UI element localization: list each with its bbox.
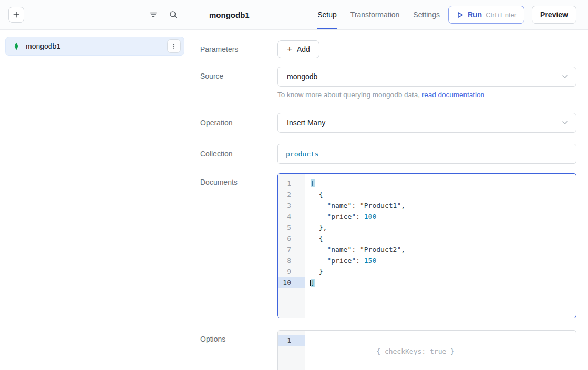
documents-row: Documents 12345678910 [ { "name": "Produ… (200, 173, 576, 318)
source-select[interactable]: mongodb (277, 67, 576, 87)
collection-label: Collection (200, 150, 277, 158)
kebab-icon (170, 43, 178, 50)
run-button[interactable]: Run Ctrl+Enter (448, 6, 524, 24)
code-token (311, 257, 327, 265)
code-line: ] (311, 277, 576, 288)
code-token: } (311, 268, 323, 276)
chevron-down-icon (561, 72, 569, 81)
tab-settings[interactable]: Settings (413, 0, 440, 29)
operation-select[interactable]: Insert Many (277, 113, 576, 133)
play-icon (456, 11, 464, 19)
code-line: }, (311, 222, 576, 233)
tabs: Setup Transformation Settings (317, 0, 440, 29)
code-line: "name": "Product1", (311, 200, 576, 211)
plus-icon: + (287, 45, 292, 54)
options-row: Options 1 { checkKeys: true } (200, 330, 576, 370)
code-line: { (311, 189, 576, 200)
line-number: 7 (278, 244, 305, 255)
line-number: 1 (278, 178, 305, 189)
code-token: { (311, 235, 323, 242)
options-code-editor[interactable]: 1 { checkKeys: true } (277, 330, 576, 370)
code-token: "Product1" (360, 202, 401, 209)
source-help-text: To know more about querying mongodb data… (277, 90, 576, 100)
tab-transformation[interactable]: Transformation (350, 0, 400, 29)
line-number: 3 (278, 200, 305, 211)
add-parameter-button[interactable]: + Add (277, 40, 319, 58)
options-label: Options (200, 330, 277, 343)
add-query-button[interactable] (8, 7, 24, 23)
code-token: "Product2" (360, 246, 401, 253)
query-title: mongodb1 (209, 10, 250, 19)
query-form: Parameters + Add Source mongodb (190, 30, 588, 370)
parameters-label: Parameters (200, 45, 277, 54)
code-token: : (352, 202, 360, 209)
code-line: { (311, 233, 576, 244)
line-number: 10 (278, 277, 305, 288)
code-line: [ (311, 178, 576, 189)
parameters-row: Parameters + Add (200, 40, 576, 58)
code-line: "price": 100 (311, 211, 576, 222)
filter-icon[interactable] (149, 10, 158, 19)
read-documentation-link[interactable]: read documentation (422, 91, 484, 99)
main-panel: mongodb1 Setup Transformation Settings R… (190, 0, 588, 370)
options-code[interactable]: { checkKeys: true } (305, 331, 576, 370)
mongodb-icon (12, 42, 20, 50)
code-token: : (356, 213, 364, 220)
help-text: To know more about querying mongodb data… (277, 91, 422, 99)
query-sidebar: mongodb1 (0, 0, 190, 370)
main-header: mongodb1 Setup Transformation Settings R… (190, 0, 588, 30)
documents-code-editor[interactable]: 12345678910 [ { "name": "Product1", "pri… (277, 173, 576, 318)
source-select-value: mongodb (287, 72, 317, 81)
code-token: , (401, 246, 405, 253)
query-list: mongodb1 (0, 30, 190, 62)
code-token: , (401, 202, 405, 209)
tab-setup[interactable]: Setup (317, 0, 337, 29)
code-token: }, (311, 224, 327, 231)
preview-button[interactable]: Preview (532, 6, 576, 24)
operation-row: Operation Insert Many (200, 113, 576, 133)
source-label: Source (200, 67, 277, 80)
code-token: 150 (364, 257, 376, 265)
line-number: 2 (278, 189, 305, 200)
code-line: "price": 150 (311, 255, 576, 266)
query-item-menu-button[interactable] (167, 39, 181, 53)
run-button-shortcut: Ctrl+Enter (486, 11, 517, 19)
code-line: "name": "Product2", (311, 244, 576, 255)
documents-code[interactable]: [ { "name": "Product1", "price": 100 }, … (305, 174, 576, 318)
options-placeholder: { checkKeys: true } (376, 347, 455, 355)
operation-select-value: Insert Many (287, 119, 325, 127)
collection-input[interactable]: products (277, 144, 576, 164)
documents-gutter: 12345678910 (278, 174, 305, 318)
code-token: [ (311, 179, 315, 187)
code-token: 100 (364, 213, 376, 220)
search-icon[interactable] (169, 10, 178, 19)
app-window: mongodb1 mongodb1 Setup Transformation S… (0, 0, 588, 370)
code-token: "price" (327, 257, 356, 265)
sidebar-header-icons (149, 10, 178, 19)
code-token (311, 246, 327, 253)
code-token: : (356, 257, 364, 265)
code-token: { (311, 191, 323, 198)
line-number: 9 (278, 266, 305, 277)
query-list-item-mongodb1[interactable]: mongodb1 (5, 37, 184, 56)
code-line: } (311, 266, 576, 277)
operation-label: Operation (200, 119, 277, 127)
options-gutter: 1 (278, 331, 305, 370)
collection-row: Collection products (200, 144, 576, 164)
line-number: 4 (278, 211, 305, 222)
line-number: 8 (278, 255, 305, 266)
run-button-label: Run (468, 10, 482, 19)
code-token: "name" (327, 246, 352, 253)
chevron-down-icon (561, 119, 569, 127)
line-number: 1 (278, 335, 305, 346)
line-number: 6 (278, 233, 305, 244)
code-line: { checkKeys: true } (311, 335, 576, 346)
code-token: "name" (327, 202, 352, 209)
add-parameter-label: Add (297, 45, 310, 54)
code-token (311, 202, 327, 209)
code-token: ] (311, 279, 315, 287)
collection-input-value: products (286, 150, 319, 158)
sidebar-header (0, 0, 190, 30)
query-item-label: mongodb1 (26, 42, 60, 50)
line-number: 5 (278, 222, 305, 233)
